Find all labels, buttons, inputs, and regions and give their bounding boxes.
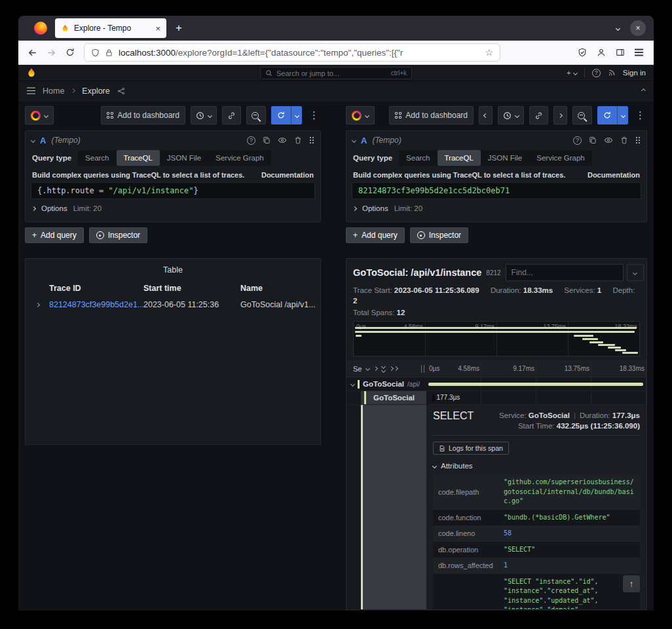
traceql-query-input[interactable]: {.http.route = "/api/v1/instance"}: [31, 182, 315, 199]
tab-search[interactable]: Search: [78, 150, 116, 166]
share-icon[interactable]: [117, 87, 125, 95]
browser-tab[interactable]: Explore - Tempo ×: [55, 18, 166, 38]
tracking-shield-icon[interactable]: [91, 48, 100, 57]
reload-button[interactable]: [62, 48, 79, 57]
time-shift-back-button[interactable]: [479, 106, 493, 124]
mega-menu-icon[interactable]: [27, 90, 35, 92]
run-query-button[interactable]: [271, 106, 302, 124]
forward-button[interactable]: [43, 48, 60, 58]
help-icon[interactable]: ?: [592, 69, 601, 77]
time-picker-button[interactable]: [191, 106, 217, 124]
tab-service-graph[interactable]: Service Graph: [208, 150, 271, 166]
global-search[interactable]: ctrl+k: [260, 67, 412, 79]
back-button[interactable]: [24, 48, 41, 58]
run-options-chevron-icon[interactable]: [617, 106, 628, 124]
collapse-all-icon[interactable]: [390, 367, 398, 370]
trace-id-link[interactable]: 82124873cf3e99b5d2e1...: [49, 300, 143, 309]
menu-icon[interactable]: [635, 52, 643, 53]
add-query-button[interactable]: +Add query: [346, 227, 405, 243]
find-input[interactable]: [506, 264, 624, 281]
account-icon[interactable]: [597, 48, 606, 57]
run-options-chevron-icon[interactable]: [291, 106, 302, 124]
disable-query-eye-icon[interactable]: [604, 136, 613, 145]
selected-span-bar[interactable]: [432, 394, 435, 402]
duplicate-query-icon[interactable]: [263, 136, 271, 144]
query-help-icon[interactable]: ?: [573, 136, 582, 145]
tab-json-file[interactable]: JSON File: [160, 150, 208, 166]
copy-link-button[interactable]: [222, 106, 241, 124]
search-input[interactable]: [276, 69, 387, 77]
expand-one-icon[interactable]: [373, 366, 378, 371]
column-header-trace-id[interactable]: Trace ID: [49, 284, 143, 293]
tab-search[interactable]: Search: [399, 150, 437, 166]
duplicate-query-icon[interactable]: [589, 136, 597, 144]
pane-kebab-menu[interactable]: ⋮: [307, 109, 321, 121]
sort-chevron-icon[interactable]: [365, 366, 370, 371]
sidebar-icon[interactable]: [616, 48, 625, 57]
new-tab-button[interactable]: +: [170, 22, 187, 35]
service-operation-column-label[interactable]: Se: [353, 365, 362, 373]
column-resizer-handle[interactable]: [421, 365, 424, 373]
disable-query-eye-icon[interactable]: [278, 136, 287, 145]
list-tabs-chevron-icon[interactable]: [610, 27, 626, 30]
pane-kebab-menu[interactable]: ⋮: [633, 109, 647, 121]
collapse-query-chevron-icon[interactable]: [31, 138, 35, 142]
logs-for-span-button[interactable]: Logs for this span: [433, 442, 509, 455]
extension-shield-icon[interactable]: [578, 48, 587, 57]
breadcrumb-current[interactable]: Explore: [82, 86, 109, 96]
documentation-link[interactable]: Documentation: [261, 171, 314, 179]
copy-link-button[interactable]: [529, 106, 548, 124]
collapse-chevron-icon[interactable]: [641, 88, 646, 93]
refresh-icon[interactable]: [597, 106, 617, 124]
tab-traceql[interactable]: TraceQL: [117, 150, 160, 166]
new-menu-button[interactable]: +: [567, 69, 577, 77]
column-header-start-time[interactable]: Start time: [143, 284, 240, 293]
inspector-button[interactable]: Inspector: [410, 227, 468, 243]
documentation-link[interactable]: Documentation: [588, 171, 640, 179]
time-shift-forward-button[interactable]: [553, 106, 567, 124]
delete-query-trash-icon[interactable]: [620, 136, 628, 144]
tab-traceql[interactable]: TraceQL: [438, 150, 481, 166]
add-to-dashboard-button[interactable]: Add to dashboard: [389, 106, 474, 124]
time-picker-button[interactable]: [498, 106, 524, 124]
table-row[interactable]: 82124873cf3e99b5d2e1... 2023-06-05 11:25…: [26, 297, 320, 313]
site-info-lock-icon[interactable]: [105, 48, 113, 57]
grafana-logo[interactable]: [26, 67, 37, 78]
tab-json-file[interactable]: JSON File: [481, 150, 529, 166]
window-close-button[interactable]: ×: [630, 20, 646, 36]
drag-handle-icon[interactable]: [635, 136, 641, 144]
add-query-button[interactable]: +Add query: [25, 227, 84, 243]
find-next-button[interactable]: [627, 264, 644, 281]
drag-handle-icon[interactable]: [309, 136, 314, 144]
options-row[interactable]: Options Limit: 20: [31, 199, 315, 218]
zoom-out-button[interactable]: [246, 106, 266, 124]
span-row-root[interactable]: GoToSocial /api/: [346, 377, 646, 391]
span-row-selected[interactable]: GoToSocial 177.3μs: [346, 391, 646, 405]
datasource-picker[interactable]: [25, 106, 54, 124]
row-expand-chevron-icon[interactable]: [36, 303, 39, 307]
delete-query-trash-icon[interactable]: [294, 136, 302, 144]
options-row[interactable]: Options Limit: 20: [352, 199, 641, 218]
datasource-picker[interactable]: [346, 106, 375, 124]
trace-minimap[interactable]: 0μs 4.58ms 9.17ms 13.75ms 18.33ms: [353, 321, 640, 356]
span-collapse-chevron-icon[interactable]: [350, 381, 355, 386]
add-to-dashboard-button[interactable]: Add to dashboard: [101, 106, 185, 124]
traceql-query-input[interactable]: 82124873cf3e99b5d2e1cc5d2bc0eb71: [352, 182, 641, 199]
scroll-to-top-button[interactable]: ↑: [623, 575, 640, 592]
refresh-icon[interactable]: [271, 106, 291, 124]
span-duration-bar[interactable]: [428, 383, 643, 386]
sign-in-link[interactable]: Sign in: [623, 69, 646, 77]
run-query-button[interactable]: [597, 106, 628, 124]
collapse-query-chevron-icon[interactable]: [352, 138, 356, 142]
inspector-button[interactable]: Inspector: [89, 227, 147, 243]
url-bar[interactable]: localhost:3000/explore?orgId=1&left={"da…: [84, 43, 500, 62]
query-help-icon[interactable]: ?: [247, 136, 255, 145]
tab-close-icon[interactable]: ×: [155, 24, 160, 33]
column-header-name[interactable]: Name: [240, 284, 320, 293]
breadcrumb-home[interactable]: Home: [43, 86, 64, 96]
expand-all-icon[interactable]: [382, 365, 385, 373]
news-rss-icon[interactable]: [608, 69, 616, 77]
attributes-section-header[interactable]: Attributes: [433, 462, 640, 470]
bookmark-star-icon[interactable]: ☆: [485, 47, 493, 58]
tab-service-graph[interactable]: Service Graph: [529, 150, 592, 166]
